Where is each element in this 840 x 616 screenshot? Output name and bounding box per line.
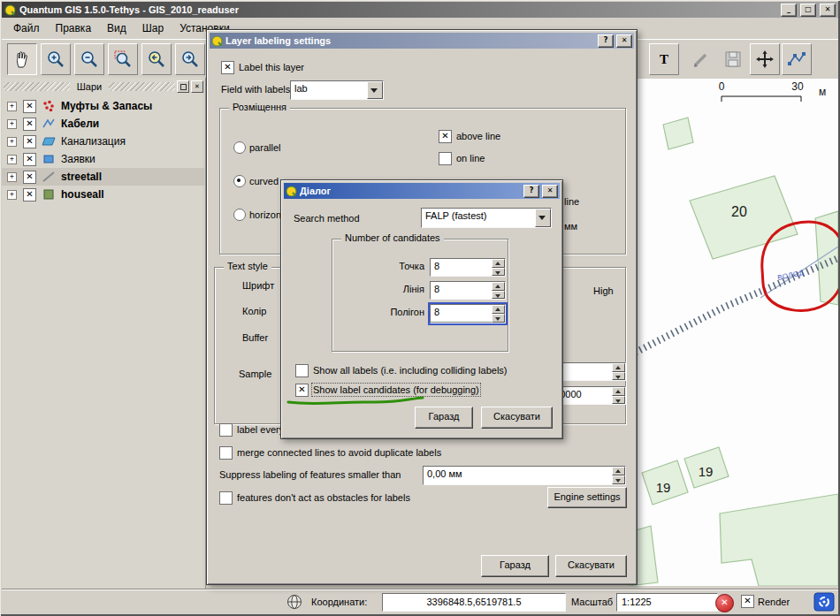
spin-up-icon[interactable] bbox=[492, 305, 505, 314]
layers-panel-header[interactable]: Шари ✕ bbox=[4, 80, 203, 94]
label-every-checkbox[interactable] bbox=[219, 423, 233, 437]
save-edits-button[interactable] bbox=[718, 43, 748, 75]
spinner-arrows[interactable] bbox=[612, 363, 625, 380]
zoom-next-button[interactable] bbox=[175, 43, 205, 75]
line-candidates-spinner[interactable]: 8 bbox=[430, 281, 506, 300]
scale-field[interactable]: 1:1225 bbox=[616, 593, 718, 612]
spin-up-icon[interactable] bbox=[492, 282, 505, 291]
menu-view[interactable]: Вид bbox=[99, 19, 134, 37]
layer-checkbox[interactable]: ✕ bbox=[23, 135, 36, 148]
above-line-checkbox[interactable]: ✕ bbox=[439, 130, 452, 143]
help-button[interactable]: ? bbox=[523, 185, 539, 198]
layer-checkbox[interactable]: ✕ bbox=[23, 118, 36, 131]
close-button[interactable]: ✕ bbox=[616, 34, 632, 48]
stop-render-button[interactable]: ✕ bbox=[715, 594, 734, 612]
spinner-arrows[interactable] bbox=[492, 282, 505, 299]
suppress-size-spinner[interactable]: 0,00 мм bbox=[423, 466, 626, 485]
qgis-news-button[interactable] bbox=[813, 592, 835, 613]
spinner-arrows[interactable] bbox=[492, 305, 505, 323]
node-tool-button[interactable] bbox=[782, 43, 812, 75]
layer-row-streetall[interactable]: + ✕ streetall bbox=[2, 168, 204, 186]
dropdown-arrow-icon[interactable] bbox=[535, 209, 551, 227]
annotation-green-underline bbox=[285, 395, 431, 407]
expand-icon[interactable]: + bbox=[7, 172, 17, 182]
spin-down-icon[interactable] bbox=[612, 475, 625, 484]
field-with-labels-dropdown[interactable]: lab bbox=[290, 80, 384, 100]
panel-float-button[interactable] bbox=[177, 80, 189, 93]
menu-file[interactable]: Файл bbox=[5, 19, 48, 37]
zoom-in-button[interactable] bbox=[41, 43, 71, 75]
label-this-layer-checkbox[interactable]: ✕ bbox=[221, 61, 234, 74]
engine-settings-button[interactable]: Engine settings bbox=[547, 487, 627, 508]
spin-up-icon[interactable] bbox=[492, 259, 505, 268]
dialog-title: Діалог bbox=[300, 186, 521, 196]
help-button[interactable]: ? bbox=[598, 34, 614, 48]
obstacles-checkbox[interactable] bbox=[219, 491, 233, 505]
pan-tool-button[interactable] bbox=[7, 43, 37, 75]
curved-radio[interactable] bbox=[233, 175, 246, 187]
merge-lines-checkbox[interactable] bbox=[219, 446, 233, 460]
search-method-dropdown[interactable]: FALP (fastest) bbox=[421, 208, 552, 228]
expand-icon[interactable]: + bbox=[7, 137, 17, 147]
maximize-button[interactable]: □ bbox=[800, 4, 816, 17]
dialog-titlebar[interactable]: Layer labeling settings ? ✕ bbox=[210, 33, 634, 49]
layer-checkbox[interactable]: ✕ bbox=[23, 188, 36, 202]
minimize-button[interactable]: _ bbox=[781, 4, 797, 17]
spin-up-icon[interactable] bbox=[612, 467, 625, 475]
main-titlebar[interactable]: Quantum GIS 1.5.0-Tethys - GIS_2010_read… bbox=[2, 2, 838, 18]
spin-down-icon[interactable] bbox=[492, 268, 505, 277]
ok-button[interactable]: Гаразд bbox=[481, 555, 549, 577]
panel-close-button[interactable]: ✕ bbox=[191, 80, 203, 93]
spin-down-icon[interactable] bbox=[612, 396, 625, 405]
polygon-candidates-spinner[interactable]: 8 bbox=[430, 304, 506, 323]
map-canvas[interactable]: 0 30 м 20 19 19 ВОЛОД bbox=[628, 79, 838, 586]
move-feature-button[interactable] bbox=[750, 43, 780, 75]
zoom-last-button[interactable] bbox=[141, 43, 172, 75]
expand-icon[interactable]: + bbox=[7, 190, 17, 200]
layer-row-kanalizacia[interactable]: + ✕ Канализация bbox=[2, 133, 204, 150]
spin-down-icon[interactable] bbox=[612, 372, 625, 381]
on-line-checkbox[interactable] bbox=[439, 152, 452, 165]
cancel-button[interactable]: Скасувати bbox=[555, 555, 627, 577]
horizontal-radio[interactable] bbox=[233, 209, 246, 221]
panel-grip[interactable] bbox=[4, 82, 70, 91]
panel-grip[interactable] bbox=[109, 82, 175, 91]
layer-row-mufty[interactable]: + ✕ Муфты & Запасы bbox=[2, 97, 204, 115]
label-tool-button[interactable]: T bbox=[649, 43, 679, 75]
extent-button[interactable] bbox=[286, 593, 303, 611]
menu-layer[interactable]: Шар bbox=[134, 19, 172, 37]
dialog-titlebar[interactable]: Діалог ? ✕ bbox=[284, 183, 560, 199]
layer-row-houseall[interactable]: + ✕ houseall bbox=[2, 186, 204, 203]
spin-up-icon[interactable] bbox=[612, 363, 625, 372]
expand-icon[interactable]: + bbox=[7, 102, 17, 111]
ok-button[interactable]: Гаразд bbox=[415, 407, 473, 429]
render-checkbox[interactable]: ✕ bbox=[741, 595, 754, 608]
close-button[interactable]: ✕ bbox=[542, 185, 558, 198]
dropdown-arrow-icon[interactable] bbox=[367, 81, 383, 99]
layer-checkbox[interactable]: ✕ bbox=[23, 171, 36, 184]
spinner-arrows[interactable] bbox=[612, 387, 625, 404]
edit-tool-button[interactable] bbox=[686, 43, 716, 75]
building-polygons bbox=[628, 118, 838, 586]
zoom-out-button[interactable] bbox=[74, 43, 104, 75]
cancel-button[interactable]: Скасувати bbox=[481, 407, 553, 429]
label-every-label: label every bbox=[237, 424, 284, 435]
layer-row-kabeli[interactable]: + ✕ Кабели bbox=[2, 115, 204, 133]
spin-down-icon[interactable] bbox=[492, 291, 505, 300]
show-all-labels-checkbox[interactable] bbox=[295, 364, 309, 377]
layer-checkbox[interactable]: ✕ bbox=[23, 153, 36, 166]
layer-checkbox[interactable]: ✕ bbox=[23, 100, 36, 113]
spinner-arrows[interactable] bbox=[492, 259, 505, 276]
layer-row-zayavki[interactable]: + ✕ Заявки bbox=[2, 150, 204, 168]
parallel-radio[interactable] bbox=[233, 141, 246, 154]
menu-edit[interactable]: Правка bbox=[48, 19, 100, 37]
zoom-to-selection-button[interactable] bbox=[108, 43, 138, 75]
expand-icon[interactable]: + bbox=[7, 119, 17, 129]
expand-icon[interactable]: + bbox=[7, 155, 17, 164]
spin-up-icon[interactable] bbox=[612, 387, 625, 396]
coordinates-field[interactable]: 3396848.5,6519781.5 bbox=[382, 593, 566, 612]
close-button[interactable]: ✕ bbox=[820, 4, 836, 17]
spin-down-icon[interactable] bbox=[492, 314, 505, 323]
point-candidates-spinner[interactable]: 8 bbox=[430, 258, 506, 277]
spinner-arrows[interactable] bbox=[612, 467, 625, 484]
